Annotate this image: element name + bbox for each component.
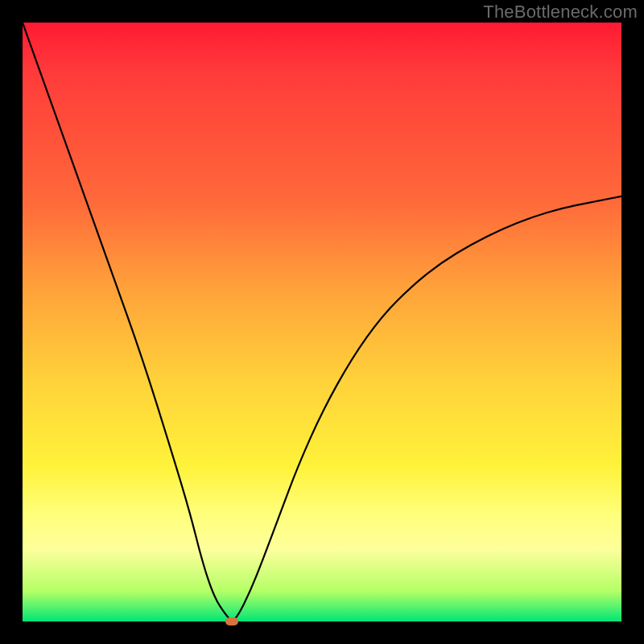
chart-frame: TheBottleneck.com: [0, 0, 644, 644]
bottleneck-curve: [23, 23, 621, 620]
plot-area: [23, 23, 621, 621]
curve-layer: [23, 23, 621, 621]
minimum-marker: [225, 617, 238, 625]
watermark-text: TheBottleneck.com: [483, 2, 638, 23]
